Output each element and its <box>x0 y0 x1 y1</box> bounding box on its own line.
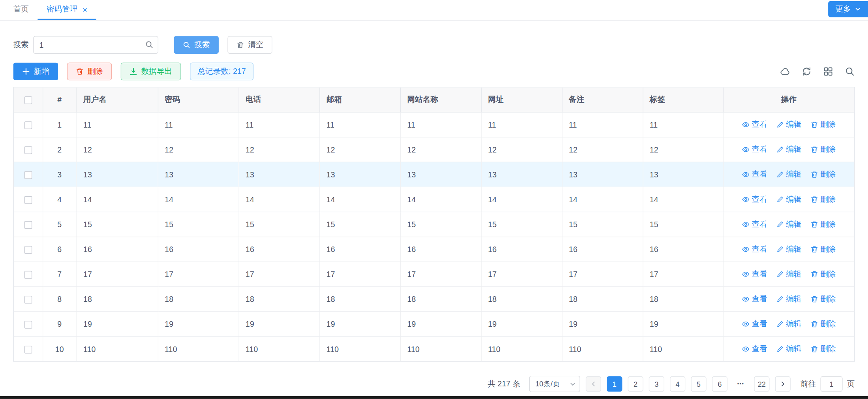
edit-action[interactable]: 编辑 <box>776 319 802 329</box>
delete-action[interactable]: 删除 <box>810 194 836 204</box>
row-checkbox[interactable] <box>24 246 32 254</box>
page-button[interactable]: 1 <box>607 376 622 391</box>
tab-password-label: 密码管理 <box>47 4 78 14</box>
row-checkbox[interactable] <box>24 321 32 329</box>
page-button[interactable]: 3 <box>649 376 664 391</box>
trash-icon <box>810 120 818 128</box>
delete-action[interactable]: 删除 <box>810 319 836 329</box>
page-button[interactable]: 22 <box>754 376 769 391</box>
row-checkbox[interactable] <box>24 196 32 204</box>
table-cell: 13 <box>319 162 400 187</box>
eye-icon <box>742 195 750 203</box>
edit-action[interactable]: 编辑 <box>776 144 802 154</box>
table-row: 81818181818181818查看编辑删除 <box>14 286 854 311</box>
search-icon[interactable] <box>145 40 153 49</box>
page-size-select[interactable]: 10条/页 <box>529 376 580 392</box>
table-cell: 110 <box>158 336 239 361</box>
table-cell: 16 <box>562 237 643 262</box>
row-checkbox[interactable] <box>24 146 32 154</box>
edit-action[interactable]: 编辑 <box>776 219 802 229</box>
delete-action[interactable]: 删除 <box>810 169 836 179</box>
edit-action[interactable]: 编辑 <box>776 244 802 254</box>
view-action[interactable]: 查看 <box>742 194 767 204</box>
row-checkbox[interactable] <box>24 121 32 129</box>
delete-action[interactable]: 删除 <box>810 119 836 129</box>
delete-action[interactable]: 删除 <box>810 144 836 154</box>
table-cell: 12 <box>643 137 723 162</box>
delete-action[interactable]: 删除 <box>810 344 836 354</box>
edit-action[interactable]: 编辑 <box>776 194 802 204</box>
delete-button[interactable]: 删除 <box>67 62 112 80</box>
cloud-export-icon[interactable] <box>780 66 790 76</box>
page-button[interactable]: 2 <box>628 376 643 391</box>
table-cell: 16 <box>400 237 481 262</box>
table-cell: 17 <box>481 262 562 286</box>
table-cell: 19 <box>158 311 239 336</box>
add-button[interactable]: 新增 <box>13 62 58 80</box>
refresh-icon[interactable] <box>802 66 812 76</box>
table-cell: 17 <box>77 262 158 286</box>
edit-action[interactable]: 编辑 <box>776 269 802 279</box>
tab-close-icon[interactable]: × <box>82 5 87 13</box>
eye-icon <box>742 245 750 253</box>
column-header-actions: 操作 <box>723 88 854 112</box>
column-header-sitename: 网站名称 <box>400 88 481 112</box>
delete-action[interactable]: 删除 <box>810 244 836 254</box>
tab-password-management[interactable]: 密码管理 × <box>37 0 96 20</box>
search-button[interactable]: 搜索 <box>174 36 219 54</box>
table-cell: 18 <box>400 286 481 311</box>
edit-action[interactable]: 编辑 <box>776 119 802 129</box>
table-tools <box>780 66 855 76</box>
delete-action[interactable]: 删除 <box>810 219 836 229</box>
delete-action[interactable]: 删除 <box>810 294 836 304</box>
magnifier-icon[interactable] <box>845 66 855 76</box>
pencil-icon <box>776 145 784 153</box>
edit-action[interactable]: 编辑 <box>776 294 802 304</box>
page: 首页 密码管理 × 更多 搜索 搜索 <box>0 0 868 399</box>
page-button[interactable]: 6 <box>712 376 727 391</box>
page-button[interactable]: 5 <box>691 376 706 391</box>
column-header-note: 备注 <box>562 88 643 112</box>
row-checkbox[interactable] <box>24 295 32 303</box>
row-checkbox[interactable] <box>24 271 32 279</box>
more-button[interactable]: 更多 <box>828 1 868 17</box>
row-actions: 查看编辑删除 <box>730 319 847 329</box>
edit-action[interactable]: 编辑 <box>776 169 802 179</box>
goto-label: 前往 <box>801 379 816 389</box>
view-action[interactable]: 查看 <box>742 169 767 179</box>
row-actions: 查看编辑删除 <box>730 244 847 254</box>
view-action[interactable]: 查看 <box>742 219 767 229</box>
view-action[interactable]: 查看 <box>742 269 767 279</box>
next-page-button[interactable] <box>775 376 791 391</box>
view-action[interactable]: 查看 <box>742 119 767 129</box>
edit-action[interactable]: 编辑 <box>776 344 802 354</box>
tab-home[interactable]: 首页 <box>4 0 37 20</box>
view-action[interactable]: 查看 <box>742 244 767 254</box>
row-actions: 查看编辑删除 <box>730 344 847 354</box>
goto-page-input[interactable] <box>821 376 843 391</box>
eye-icon <box>742 170 750 178</box>
select-all-checkbox[interactable] <box>24 96 32 104</box>
row-checkbox[interactable] <box>24 221 32 229</box>
grid-columns-icon[interactable] <box>823 66 833 76</box>
view-action[interactable]: 查看 <box>742 319 767 329</box>
table-cell: 110 <box>319 336 400 361</box>
row-checkbox[interactable] <box>24 171 32 179</box>
page-button[interactable]: 4 <box>670 376 685 391</box>
view-action[interactable]: 查看 <box>742 294 767 304</box>
view-action[interactable]: 查看 <box>742 144 767 154</box>
trash-icon <box>810 195 818 203</box>
view-action[interactable]: 查看 <box>742 344 767 354</box>
pencil-icon <box>776 220 784 228</box>
page-ellipsis[interactable]: ••• <box>733 376 748 391</box>
row-index: 8 <box>43 286 77 311</box>
table-cell: 110 <box>400 336 481 361</box>
search-input[interactable] <box>33 36 158 54</box>
prev-page-button[interactable] <box>586 376 601 391</box>
row-checkbox[interactable] <box>24 346 32 354</box>
export-button[interactable]: 数据导出 <box>121 62 181 80</box>
table-cell: 16 <box>481 237 562 262</box>
trash-icon <box>810 345 818 353</box>
clear-button[interactable]: 清空 <box>227 36 272 54</box>
delete-action[interactable]: 删除 <box>810 269 836 279</box>
